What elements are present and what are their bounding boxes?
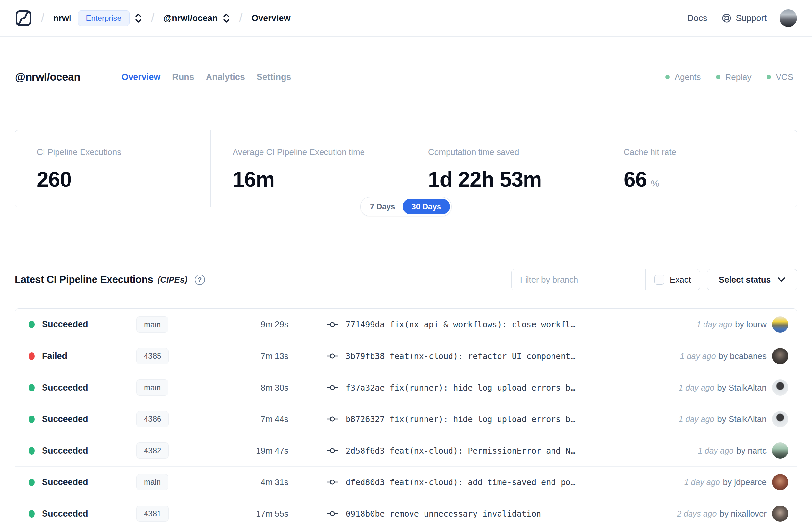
tab-analytics[interactable]: Analytics [206,72,245,82]
cipes-header: Latest CI Pipeline Executions (CIPEs) ? … [15,269,797,290]
commit-cell: 2d58f6d3 feat(nx-cloud): PermissionError… [327,446,575,455]
author-avatar [772,442,788,459]
breadcrumb-slash: / [41,11,44,25]
breadcrumb-slash: / [239,11,242,25]
author-avatar [772,379,788,396]
commit-cell: b8726327 fix(runner): hide log upload er… [327,415,575,424]
branch-badge[interactable]: main [136,316,168,333]
tab-overview[interactable]: Overview [121,72,160,82]
branch-badge[interactable]: 4385 [136,348,169,364]
top-nav: / nrwl Enterprise / @nrwl/ocean / Overvi… [0,0,812,37]
tab-runs[interactable]: Runs [172,72,194,82]
status-select-button[interactable]: Select status [707,269,797,290]
status-cell: Succeeded [29,446,136,456]
commit-icon [327,384,338,391]
time-ago: 1 day ago [684,478,720,487]
status-cell: Failed [29,351,136,361]
exact-filter: Exact [646,269,700,290]
stat-label: Cache hit rate [624,147,787,157]
stat-card-computation-time-saved: Computation time saved 1d 22h 53m [406,130,601,207]
stat-value: 16m [232,167,396,192]
commit-message: b8726327 fix(runner): hide log upload er… [346,415,575,424]
time-ago: 2 days ago [677,509,717,519]
branch-badge[interactable]: 4381 [136,506,169,522]
meta-cell: 1 day ago by lourw [696,316,788,333]
stat-value: 66% [624,167,787,192]
commit-message: dfed80d3 feat(nx-cloud): add time-saved … [346,478,575,487]
stat-label: Average CI Pipeline Execution time [232,147,396,157]
breadcrumb-org[interactable]: nrwl [53,13,72,24]
feature-agents[interactable]: Agents [665,72,701,82]
branch-cell: 4386 [136,411,232,427]
range-7-days[interactable]: 7 Days [362,199,403,214]
table-row[interactable]: Failed 4385 7m 13s 3b79fb38 feat(nx-clou… [15,340,797,372]
branch-badge[interactable]: 4386 [136,411,169,427]
feature-vcs[interactable]: VCS [767,72,793,82]
range-30-days[interactable]: 30 Days [403,199,450,214]
divider [643,68,643,86]
status-cell: Succeeded [29,319,136,329]
status-dot-success [29,384,35,391]
table-row[interactable]: Succeeded 4386 7m 44s b8726327 fix(runne… [15,403,797,435]
status-dot-failed [29,352,35,360]
status-dot-green [767,75,771,79]
stat-unit: % [650,178,659,189]
breadcrumb-workspace[interactable]: @nrwl/ocean [163,13,218,24]
commit-icon [327,416,338,423]
table-row[interactable]: Succeeded main 8m 30s f37a32ae fix(runne… [15,372,797,403]
feature-replay[interactable]: Replay [716,72,752,82]
user-avatar[interactable] [780,10,797,27]
duration: 9m 29s [232,319,288,329]
stat-cards: CI Pipeline Executions 260 Average CI Pi… [15,130,797,207]
support-link[interactable]: Support [721,13,767,24]
meta-cell: 1 day ago by nartc [698,442,788,459]
meta-cell: 2 days ago by nixallover [677,506,788,522]
workspace-switcher-icon[interactable] [223,13,230,24]
meta-cell: 1 day ago by StalkAltan [678,411,788,427]
meta-cell: 1 day ago by jdpearce [684,474,788,490]
chevron-down-icon [777,277,786,282]
branch-badge[interactable]: main [136,379,168,396]
stats-section: CI Pipeline Executions 260 Average CI Pi… [15,130,797,207]
duration: 7m 44s [232,414,288,424]
status-cell: Succeeded [29,414,136,424]
commit-icon [327,321,338,328]
stat-card-average-execution-time: Average CI Pipeline Execution time 16m [211,130,406,207]
docs-link[interactable]: Docs [687,13,707,24]
breadcrumb-page: Overview [251,13,290,24]
meta-cell: 1 day ago by StalkAltan [678,379,788,396]
branch-filter-input[interactable] [511,269,645,290]
author: by jdpearce [723,477,767,487]
commit-icon [327,510,338,517]
nx-cloud-logo-icon[interactable] [15,10,32,27]
duration: 8m 30s [232,383,288,393]
author-avatar [772,316,788,333]
author: by StalkAltan [717,414,767,424]
table-row[interactable]: Succeeded 4381 17m 55s 0918b0be remove u… [15,498,797,525]
table-row[interactable]: Succeeded main 4m 31s dfed80d3 feat(nx-c… [15,466,797,498]
duration: 7m 13s [232,351,288,361]
stat-card-ci-pipeline-executions: CI Pipeline Executions 260 [15,130,211,207]
org-switcher-icon[interactable] [135,13,142,24]
status-dot-green [716,75,720,79]
cipes-title: Latest CI Pipeline Executions [15,274,153,286]
commit-icon [327,479,338,486]
feature-status-group: Agents Replay VCS [643,68,797,86]
nav-actions: Docs Support [687,10,797,27]
help-icon[interactable]: ? [195,274,205,285]
lifebuoy-icon [721,13,732,24]
workspace-tabs: Overview Runs Analytics Settings [121,72,291,82]
time-ago: 1 day ago [698,446,734,455]
author-avatar [772,506,788,522]
tab-settings[interactable]: Settings [257,72,291,82]
author-avatar [772,348,788,364]
exact-checkbox[interactable] [655,275,664,285]
table-row[interactable]: Succeeded 4382 19m 47s 2d58f6d3 feat(nx-… [15,435,797,466]
branch-badge[interactable]: main [136,474,168,490]
stat-value: 1d 22h 53m [428,167,592,192]
author: by lourw [735,319,767,329]
time-ago: 1 day ago [678,383,714,392]
commit-message: 0918b0be remove unnecessary invalidation [346,509,541,519]
table-row[interactable]: Succeeded main 9m 29s 771499da fix(nx-ap… [15,309,797,340]
branch-badge[interactable]: 4382 [136,442,169,459]
